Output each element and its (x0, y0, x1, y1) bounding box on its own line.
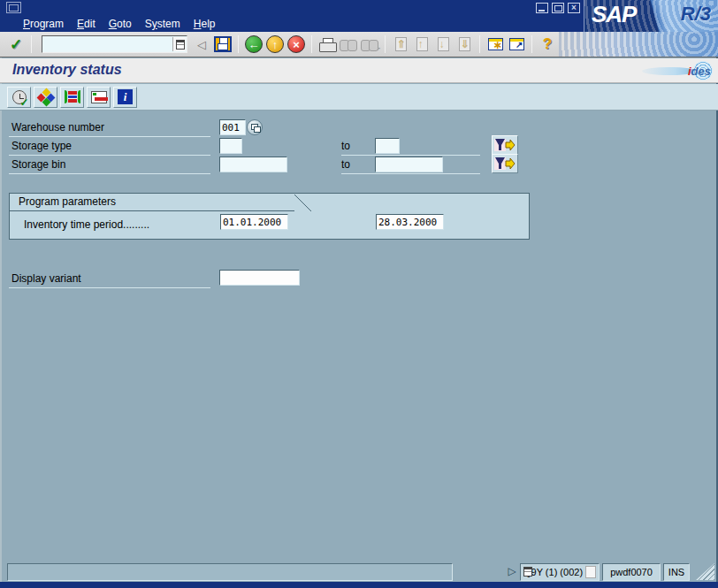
server-list-icon[interactable] (585, 566, 596, 578)
maximize-button[interactable] (552, 3, 564, 13)
storage-type-to-input[interactable] (375, 138, 400, 154)
sap-logo: SAP R/3 (584, 0, 718, 32)
toolbar-separator (385, 35, 386, 53)
funnel-arrow-icon (494, 157, 516, 171)
back-button[interactable]: ← (243, 34, 264, 55)
get-variant-button[interactable] (34, 87, 57, 108)
find-next-button: + (359, 34, 380, 55)
status-insert-mode-field: INS (663, 563, 690, 581)
resize-grip[interactable] (696, 563, 714, 580)
print-button[interactable] (317, 34, 338, 55)
application-toolbar: ✓ i (0, 84, 718, 111)
window-system-icon[interactable] (6, 2, 21, 13)
menu-help[interactable]: Help (194, 18, 216, 30)
toolbar-separator (31, 35, 32, 53)
funnel-arrow-icon (494, 138, 516, 152)
storage-bin-to-input[interactable] (375, 157, 443, 172)
storage-bin-from-input[interactable] (219, 157, 287, 172)
toolbar-separator (238, 35, 239, 53)
enter-check-icon: ✓ (10, 35, 22, 54)
variant-diamonds-icon (38, 89, 54, 105)
binoculars-icon (340, 38, 357, 50)
warehouse-number-label: Warehouse number (9, 120, 210, 137)
screen-variant-button[interactable] (87, 87, 111, 108)
status-message-field[interactable] (7, 563, 453, 581)
warehouse-number-input[interactable] (219, 119, 246, 135)
printer-icon (319, 38, 336, 51)
next-page-icon: ↓ (438, 37, 449, 51)
storage-type-multiselect-button[interactable] (492, 135, 518, 155)
status-system-field[interactable]: Q9Y (1) (002) (520, 563, 600, 581)
create-session-button[interactable]: ∗ (485, 34, 506, 55)
info-icon: i (118, 89, 133, 104)
item-back-button[interactable]: ◁ (191, 34, 212, 55)
exit-arrow-icon: ↑ (266, 35, 284, 53)
screen-variant-icon (91, 91, 107, 103)
system-id-text: Q9Y (1) (002) (523, 567, 583, 577)
create-session-icon: ∗ (488, 38, 503, 50)
command-field-wrap (42, 35, 187, 53)
storage-type-from-input[interactable] (219, 138, 242, 154)
matchcode-icon[interactable] (247, 119, 263, 135)
inventory-time-period-label: Inventory time period......... (24, 218, 149, 231)
toolbar-separator (479, 35, 480, 53)
window-controls: × (536, 3, 580, 13)
storage-bin-multiselect-button[interactable] (492, 154, 518, 173)
info-button[interactable]: i (113, 87, 137, 108)
menu-edit[interactable]: Edit (77, 18, 95, 30)
command-input[interactable] (43, 37, 171, 51)
standard-toolbar: ✓ ◁ ← ↑ × + ⇑ ↑ ↓ ⇓ ∗ ↗ ? (0, 32, 718, 57)
storage-type-to-label: to (341, 139, 480, 156)
toolbar-ripple-decor (559, 32, 718, 57)
alv-list-button[interactable] (60, 87, 84, 108)
execute-clock-icon: ✓ (12, 90, 27, 104)
menubar: Program Edit Goto System Help (0, 16, 584, 32)
status-bar: ▷ Q9Y (1) (002) pwdf0070 INS (2, 561, 716, 582)
help-button[interactable]: ? (537, 34, 558, 55)
back-arrow-icon: ← (245, 35, 263, 53)
menu-system[interactable]: System (145, 18, 180, 30)
ides-logo-text: ides (688, 65, 711, 78)
display-variant-input[interactable] (219, 270, 300, 286)
toolbar-separator (531, 35, 532, 53)
exit-button[interactable]: ↑ (264, 34, 286, 55)
inventory-period-to-input[interactable] (376, 214, 444, 230)
window-bottom-border (0, 582, 718, 588)
enter-button[interactable]: ✓ (5, 34, 27, 55)
r3-logo-text: R/3 (681, 3, 711, 26)
page-title: Inventory status (12, 62, 122, 78)
first-page-button: ⇑ (390, 34, 411, 55)
help-question-icon: ? (543, 35, 552, 53)
command-history-icon[interactable] (172, 37, 186, 51)
create-shortcut-icon: ↗ (509, 38, 524, 50)
sap-window: × Program Edit Goto System Help SAP R/3 … (0, 0, 718, 588)
display-variant-label: Display variant (9, 271, 210, 288)
selection-screen: Warehouse number Storage type to Storage… (2, 111, 716, 582)
status-host-field: pwdf0070 (602, 563, 661, 581)
group-title: Program parameters (10, 194, 294, 211)
minimize-button[interactable] (536, 3, 548, 13)
left-triangle-icon: ◁ (197, 38, 206, 51)
inventory-period-from-input[interactable] (220, 214, 288, 230)
save-button[interactable] (212, 34, 233, 55)
program-parameters-group: Program parameters Inventory time period… (9, 193, 530, 240)
sap-logo-text: SAP (592, 1, 636, 28)
close-button[interactable]: × (568, 3, 580, 13)
cancel-button[interactable]: × (286, 34, 307, 55)
toolbar-separator (311, 35, 312, 53)
find-button (338, 34, 359, 55)
alv-list-icon (65, 90, 80, 103)
last-page-icon: ⇓ (459, 37, 470, 51)
first-page-icon: ⇑ (395, 37, 407, 51)
next-page-button: ↓ (432, 34, 454, 55)
create-shortcut-button[interactable]: ↗ (506, 34, 527, 55)
title-row: Inventory status ides (0, 58, 718, 83)
previous-page-icon: ↑ (416, 37, 428, 51)
menu-goto[interactable]: Goto (109, 18, 132, 30)
status-expand-button[interactable]: ▷ (506, 564, 518, 579)
cancel-x-icon: × (287, 35, 305, 53)
group-tab-diagonal (294, 194, 312, 211)
save-floppy-icon (214, 36, 232, 52)
menu-program[interactable]: Program (23, 18, 64, 30)
execute-button[interactable]: ✓ (7, 87, 31, 108)
